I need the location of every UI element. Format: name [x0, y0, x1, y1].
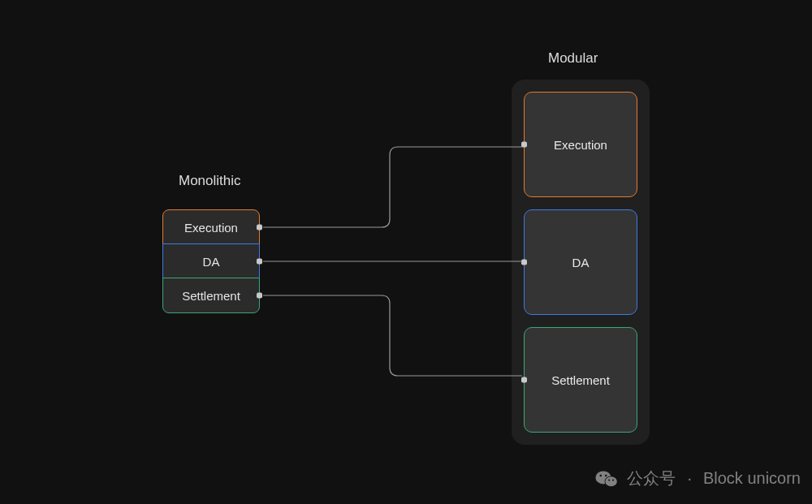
connector-dot-icon — [521, 377, 527, 383]
monolithic-layer-da: DA — [162, 243, 260, 279]
watermark-name: Block unicorn — [703, 469, 801, 488]
monolithic-layer-settlement: Settlement — [162, 278, 260, 313]
svg-point-5 — [609, 479, 611, 480]
connector-dot-icon — [521, 142, 527, 148]
modular-container: Execution DA Settlement — [512, 80, 650, 445]
watermark-prefix: 公众号 — [627, 467, 676, 489]
connector-lines — [0, 0, 812, 504]
diagram-canvas: Monolithic Modular Execution DA Settleme… — [0, 0, 812, 504]
connector-dot-icon — [521, 260, 527, 265]
watermark: 公众号 · Block unicorn — [594, 467, 801, 489]
modular-layer-da: DA — [524, 209, 637, 315]
watermark-separator: · — [687, 469, 692, 488]
modular-layer-settlement: Settlement — [524, 327, 637, 433]
svg-point-3 — [600, 474, 603, 476]
connector-dot-icon — [257, 259, 262, 265]
wechat-icon — [594, 469, 619, 489]
svg-point-6 — [612, 479, 614, 480]
connector-dot-icon — [257, 225, 262, 230]
layer-label: Settlement — [551, 373, 610, 387]
monolithic-heading: Monolithic — [179, 173, 241, 189]
svg-point-2 — [606, 476, 617, 486]
modular-layer-execution: Execution — [524, 92, 637, 197]
layer-label: Execution — [184, 221, 238, 235]
monolithic-layer-execution: Execution — [162, 209, 260, 245]
monolithic-stack: Execution DA Settlement — [162, 209, 260, 313]
layer-label: Execution — [554, 138, 607, 152]
connector-dot-icon — [257, 293, 262, 299]
modular-heading: Modular — [548, 50, 598, 67]
layer-label: DA — [203, 255, 220, 269]
layer-label: DA — [572, 256, 590, 269]
layer-label: Settlement — [182, 289, 240, 303]
svg-point-4 — [605, 474, 607, 476]
